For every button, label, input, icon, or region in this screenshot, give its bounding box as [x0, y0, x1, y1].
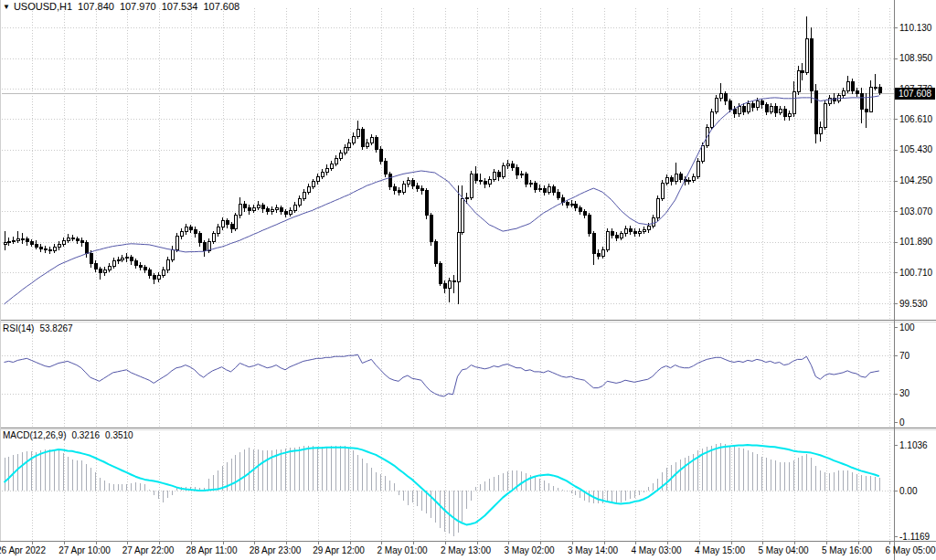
time-axis-label: 27 Apr 10:00 — [58, 545, 111, 555]
candle-bull — [180, 231, 183, 237]
candle-bull — [819, 127, 822, 133]
candle-bear — [35, 244, 37, 247]
candle-bear — [130, 258, 133, 261]
candle-bear — [411, 181, 414, 186]
price-axis-label: 110.130 — [899, 23, 932, 33]
candle-bull — [738, 106, 740, 114]
candle-bull — [307, 187, 310, 193]
candle-bear — [148, 270, 151, 276]
candle-bear — [452, 280, 455, 281]
candle-bull — [692, 176, 695, 180]
candle-bull — [697, 161, 699, 176]
candle-bear — [742, 106, 745, 111]
candle-bear — [597, 253, 600, 256]
candle-bull — [624, 228, 627, 234]
candle-bear — [194, 230, 197, 234]
candle-bull — [316, 176, 319, 182]
candle-bear — [439, 264, 441, 283]
candle-bear — [420, 188, 423, 191]
candle-bear — [379, 149, 382, 161]
price-axis-label: 100.710 — [899, 268, 933, 278]
time-axis-label: 3 May 14:00 — [568, 545, 618, 555]
candle-bull — [157, 276, 160, 280]
time-axis-label: 27 Apr 22:00 — [122, 545, 175, 555]
candle-bull — [506, 164, 509, 166]
candle-bear — [434, 241, 437, 263]
candle-bull — [747, 103, 750, 111]
candle-bear — [443, 283, 446, 289]
candle-bull — [805, 38, 808, 72]
candle-bear — [783, 109, 786, 117]
candle-bull — [448, 280, 451, 289]
candle-bull — [303, 192, 305, 198]
time-axis-label: 4 May 03:00 — [631, 545, 681, 555]
candle-bear — [497, 173, 500, 176]
candle-bull — [176, 237, 178, 249]
time-axis-label: 26 Apr 2022 — [0, 545, 46, 555]
candle-bear — [398, 191, 400, 192]
candle-bull — [869, 87, 872, 111]
candle-bear — [670, 178, 673, 182]
candle-bull — [846, 81, 849, 90]
candle-bear — [814, 90, 817, 133]
candle-bull — [792, 91, 795, 114]
candle-bear — [534, 183, 537, 189]
candle-bull — [62, 240, 65, 244]
candle-bull — [710, 111, 713, 127]
candle-bear — [99, 269, 101, 272]
time-axis-label: 6 May 05:00 — [885, 545, 935, 555]
candle-bear — [388, 174, 391, 186]
candle-bull — [824, 103, 826, 127]
candle-bull — [548, 187, 550, 193]
candle-bull — [502, 166, 505, 176]
candle-bull — [185, 227, 187, 231]
candle-bear — [474, 174, 477, 180]
chart-background — [0, 0, 936, 560]
candle-bull — [344, 148, 346, 153]
chart-canvas[interactable]: 110.130108.950107.770106.610105.430104.2… — [0, 0, 936, 560]
candle-bull — [347, 143, 350, 148]
candle-bull — [457, 233, 460, 282]
candle-bull — [321, 173, 324, 176]
time-axis-label: 28 Apr 23:00 — [250, 545, 302, 555]
candle-bear — [85, 243, 88, 253]
candle-bull — [352, 136, 355, 143]
candle-bull — [7, 241, 10, 242]
candle-bull — [652, 218, 654, 227]
candle-bear — [579, 207, 581, 211]
time-axis-label: 29 Apr 12:00 — [313, 545, 365, 555]
candle-bull — [212, 234, 215, 242]
candle-bear — [361, 130, 364, 147]
candle-bull — [687, 181, 690, 182]
candle-bear — [611, 231, 613, 235]
candle-bull — [121, 259, 123, 259]
candle-bull — [108, 267, 111, 270]
rsi-axis-label: 0 — [899, 417, 905, 428]
candle-bull — [312, 182, 314, 187]
candle-bear — [139, 265, 142, 268]
candle-bull — [675, 174, 677, 182]
candle-bull — [797, 71, 800, 91]
candle-bull — [298, 198, 301, 205]
candle-bull — [779, 109, 782, 112]
candle-bear — [230, 225, 233, 228]
candle-bear — [134, 261, 137, 265]
candle-bear — [30, 241, 33, 244]
candle-bear — [48, 250, 51, 251]
candle-bull — [339, 153, 342, 159]
candle-bear — [751, 103, 754, 107]
candle-bull — [221, 221, 224, 227]
candle-bull — [715, 99, 718, 111]
candle-bull — [4, 243, 6, 245]
candle-bear — [484, 182, 486, 185]
price-axis-label: 104.250 — [899, 175, 933, 185]
candle-bull — [257, 206, 260, 208]
candle-bull — [271, 210, 273, 212]
candle-bull — [12, 240, 15, 241]
price-axis-label: 108.950 — [899, 53, 933, 63]
rsi-axis-label: 100 — [899, 322, 915, 333]
rsi-axis-label: 30 — [899, 388, 910, 398]
candle-bear — [261, 206, 264, 209]
candle-bear — [280, 207, 282, 211]
candle-bull — [661, 183, 664, 198]
